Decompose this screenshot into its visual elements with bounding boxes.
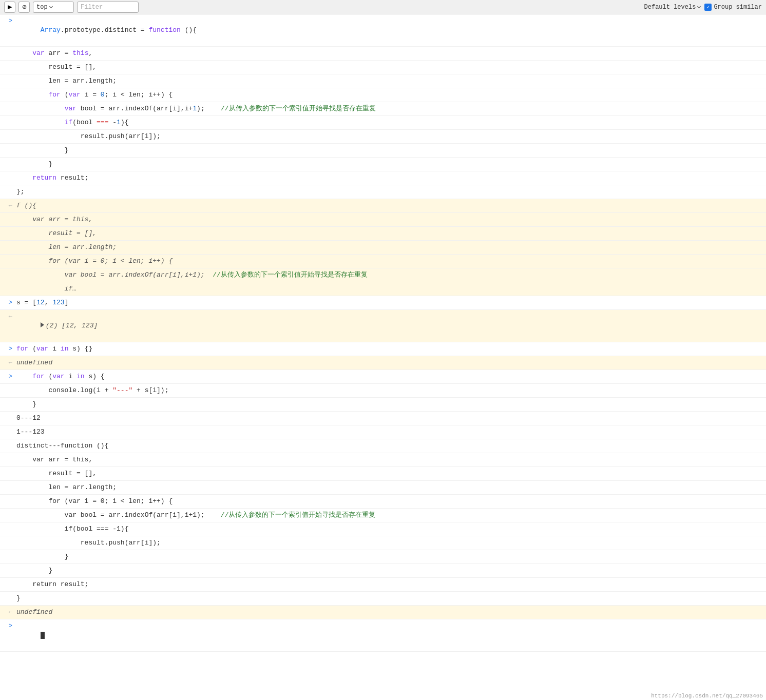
table-row: var arr = this,	[0, 47, 766, 61]
toolbar-right: Default levels ✓ Group similar	[644, 4, 762, 11]
table-row: > for (var i in s) {}	[0, 342, 766, 356]
group-similar-toggle[interactable]: ✓ Group similar	[704, 4, 762, 11]
table-row: var arr = this,	[0, 213, 766, 227]
group-similar-label: Group similar	[714, 4, 762, 11]
console-content: > Array.prototype.distinct = function ()…	[0, 14, 766, 652]
default-levels-label: Default levels	[644, 4, 696, 11]
table-row: result = [],	[0, 467, 766, 481]
table-row: 0---12	[0, 412, 766, 425]
toolbar: ▶ ⊘ top Filter Default levels ✓ Group si…	[0, 0, 766, 14]
table-row: result = [],	[0, 61, 766, 74]
table-row: >	[0, 619, 766, 652]
table-row: }	[0, 398, 766, 412]
table-row: len = arr.length;	[0, 74, 766, 88]
group-similar-checkbox[interactable]: ✓	[704, 4, 712, 11]
context-select[interactable]: top	[33, 2, 74, 13]
table-row: var arr = this,	[0, 453, 766, 467]
table-row: if(bool === -1){	[0, 522, 766, 536]
table-row: }	[0, 550, 766, 564]
table-row: 1---123	[0, 425, 766, 439]
table-row: for (var i = 0; i < len; i++) {	[0, 88, 766, 102]
table-row: ← f (){	[0, 199, 766, 213]
table-row: > for (var i in s) {	[0, 370, 766, 384]
chevron-down-icon	[49, 5, 53, 8]
table-row: for (var i = 0; i < len; i++) {	[0, 495, 766, 509]
table-row: ← (2) [12, 123]	[0, 310, 766, 342]
console-cursor[interactable]	[41, 632, 45, 639]
table-row: var bool = arr.indexOf(arr[i],i+1); //从传…	[0, 102, 766, 116]
table-row: result.push(arr[i]);	[0, 130, 766, 144]
table-row: var bool = arr.indexOf(arr[i],i+1); //从传…	[0, 509, 766, 522]
table-row: console.log(i + "---" + s[i]);	[0, 384, 766, 398]
table-row: distinct---function (){	[0, 439, 766, 453]
table-row: for (var i = 0; i < len; i++) {	[0, 255, 766, 268]
table-row: ← undefined	[0, 606, 766, 619]
filter-input[interactable]: Filter	[77, 2, 139, 13]
table-row: }	[0, 592, 766, 606]
row-prefix: >	[0, 15, 14, 26]
table-row: }	[0, 564, 766, 578]
table-row: result = [],	[0, 227, 766, 241]
table-row: ← undefined	[0, 356, 766, 370]
table-row: > Array.prototype.distinct = function ()…	[0, 14, 766, 47]
expand-icon[interactable]	[41, 322, 44, 327]
table-row: };	[0, 185, 766, 199]
table-row: len = arr.length;	[0, 241, 766, 255]
row-content: Array.prototype.distinct = function (){	[14, 15, 766, 45]
table-row: result.push(arr[i]);	[0, 536, 766, 550]
table-row: var bool = arr.indexOf(arr[i],i+1); //从传…	[0, 268, 766, 282]
run-button[interactable]: ▶	[4, 2, 15, 13]
footer-url: https://blog.csdn.net/qq_27093465	[648, 692, 766, 700]
table-row: > s = [12, 123]	[0, 296, 766, 310]
table-row: len = arr.length;	[0, 481, 766, 495]
table-row: return result;	[0, 578, 766, 592]
dropdown-chevron-icon	[697, 5, 701, 8]
stop-button[interactable]: ⊘	[18, 2, 30, 13]
table-row: return result;	[0, 171, 766, 185]
table-row: if(bool === -1){	[0, 116, 766, 130]
table-row: if…	[0, 282, 766, 296]
default-levels-dropdown[interactable]: Default levels	[644, 4, 701, 11]
table-row: }	[0, 144, 766, 158]
table-row: }	[0, 158, 766, 171]
context-value: top	[36, 4, 48, 11]
filter-placeholder: Filter	[81, 4, 103, 11]
